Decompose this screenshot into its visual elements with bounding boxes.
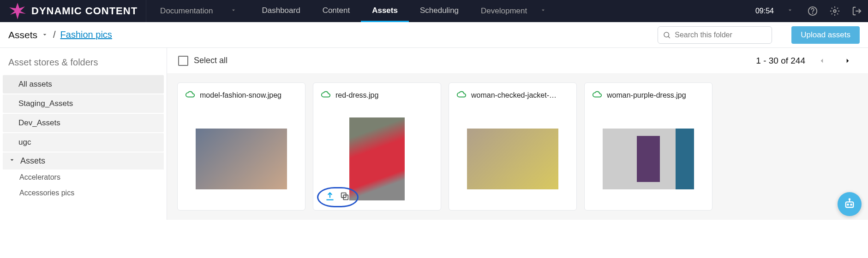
asset-grid: model-fashion-snow.jpeg red-dress.jpg xyxy=(167,73,868,220)
chevron-down-icon xyxy=(230,6,237,16)
chevron-down-icon xyxy=(787,7,793,15)
chatbot-icon xyxy=(843,198,856,211)
logo-icon xyxy=(6,0,29,22)
asset-name: woman-purple-dress.jpg xyxy=(607,91,686,100)
search-box[interactable] xyxy=(658,26,772,44)
select-all-label: Select all xyxy=(194,56,227,65)
nav-documentation[interactable]: Documentation xyxy=(146,0,251,22)
chevron-down-icon xyxy=(8,156,16,166)
sidebar-store-all-assets[interactable]: All assets xyxy=(3,75,164,94)
asset-card[interactable]: woman-purple-dress.jpg xyxy=(584,82,712,211)
asset-name: red-dress.jpg xyxy=(335,91,378,100)
asset-thumbnail xyxy=(196,129,287,189)
sidebar-store-ugc[interactable]: ugc xyxy=(3,133,164,152)
nav-content[interactable]: Content xyxy=(311,0,361,22)
asset-thumbnail xyxy=(603,129,694,189)
svg-marker-0 xyxy=(9,3,26,19)
page-prev-button[interactable] xyxy=(813,52,831,70)
select-all-checkbox[interactable] xyxy=(178,56,188,66)
sidebar-tree-assets[interactable]: Assets xyxy=(3,152,164,170)
svg-point-4 xyxy=(664,32,669,37)
upload-icon[interactable] xyxy=(324,190,336,204)
top-bar: DYNAMIC CONTENT Documentation Dashboard … xyxy=(0,0,868,22)
svg-line-5 xyxy=(668,36,670,38)
cloud-check-icon xyxy=(592,89,602,101)
sidebar: Asset stores & folders All assets Stagin… xyxy=(0,48,167,220)
breadcrumb-root[interactable]: Assets xyxy=(8,29,48,41)
svg-point-2 xyxy=(813,13,813,13)
breadcrumb-current[interactable]: Fashion pics xyxy=(60,29,112,40)
logo-area[interactable]: DYNAMIC CONTENT xyxy=(0,0,146,22)
main-nav: Dashboard Content Assets Scheduling xyxy=(251,0,470,22)
page-next-button[interactable] xyxy=(838,52,857,70)
search-input[interactable] xyxy=(675,31,767,39)
chat-fab[interactable] xyxy=(838,192,862,216)
sidebar-sub-accelerators[interactable]: Accelerators xyxy=(0,170,167,185)
asset-name: model-fashion-snow.jpeg xyxy=(200,91,281,100)
svg-point-12 xyxy=(849,199,850,199)
upload-assets-button[interactable]: Upload assets xyxy=(791,26,860,44)
nav-development-label: Development xyxy=(481,6,527,16)
asset-thumbnail xyxy=(467,129,558,189)
sidebar-sub-accessories[interactable]: Accessories pics xyxy=(0,185,167,201)
sidebar-store-dev[interactable]: Dev_Assets xyxy=(3,114,164,132)
nav-assets[interactable]: Assets xyxy=(361,0,409,22)
settings-button[interactable] xyxy=(824,0,846,22)
nav-scheduling[interactable]: Scheduling xyxy=(409,0,470,22)
content-pane: Select all 1 - 30 of 244 model-fashion-s… xyxy=(167,48,868,220)
cloud-check-icon xyxy=(185,89,195,101)
search-icon xyxy=(663,30,671,40)
nav-documentation-label: Documentation xyxy=(160,6,213,16)
cloud-check-icon xyxy=(321,89,331,101)
svg-point-10 xyxy=(850,204,851,205)
nav-dashboard[interactable]: Dashboard xyxy=(251,0,311,22)
asset-actions-highlight xyxy=(317,187,359,207)
asset-thumbnail xyxy=(349,117,405,200)
content-toolbar: Select all 1 - 30 of 244 xyxy=(167,48,868,73)
main: Asset stores & folders All assets Stagin… xyxy=(0,48,868,220)
cloud-check-icon xyxy=(456,89,467,101)
sub-bar: Assets / Fashion pics Upload assets xyxy=(0,22,868,48)
asset-card[interactable]: model-fashion-snow.jpeg xyxy=(177,82,305,211)
time-value: 09:54 xyxy=(755,7,774,15)
breadcrumb-separator: / xyxy=(53,29,56,40)
pagination-range: 1 - 30 of 244 xyxy=(756,56,805,66)
sidebar-store-staging[interactable]: Staging_Assets xyxy=(3,94,164,113)
chevron-down-icon xyxy=(540,6,546,16)
svg-point-3 xyxy=(833,10,836,12)
copy-icon[interactable] xyxy=(340,191,350,203)
asset-name: woman-checked-jacket-… xyxy=(471,91,557,100)
nav-development[interactable]: Development xyxy=(470,0,557,22)
time-select[interactable]: 09:54 xyxy=(747,7,802,15)
logout-button[interactable] xyxy=(846,0,868,22)
asset-card[interactable]: red-dress.jpg xyxy=(313,82,441,211)
help-button[interactable] xyxy=(802,0,824,22)
asset-card[interactable]: woman-checked-jacket-… xyxy=(449,82,577,211)
sidebar-title: Asset stores & folders xyxy=(0,52,167,75)
chevron-down-icon xyxy=(41,29,48,41)
svg-point-9 xyxy=(847,204,848,205)
logo-text: DYNAMIC CONTENT xyxy=(31,5,138,17)
